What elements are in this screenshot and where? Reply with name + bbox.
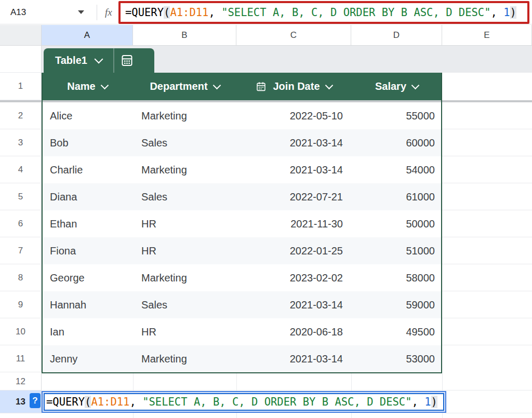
cell-salary[interactable]: 59000 (351, 299, 441, 311)
table-chip[interactable]: Table1 (44, 48, 154, 73)
cell-join-date[interactable]: 2021-03-14 (236, 353, 351, 365)
chevron-down-icon[interactable] (78, 10, 84, 14)
cell-join-date[interactable]: 2020-06-18 (236, 326, 351, 338)
table-row[interactable]: BobSales2021-03-1460000 (43, 129, 441, 156)
cell-formula-input[interactable]: =QUERY(A1:D11, "SELECT A, B, C, D ORDER … (46, 397, 437, 408)
table-row[interactable]: IanHR2020-06-1849500 (43, 318, 441, 345)
cell-name[interactable]: Fiona (43, 245, 133, 257)
cell-join-date[interactable]: 2021-11-30 (236, 218, 351, 230)
row-header-9[interactable]: 9 (0, 291, 42, 318)
cell-salary[interactable]: 51000 (351, 245, 441, 257)
corner-cell[interactable] (0, 25, 42, 46)
row-header-6[interactable]: 6 (0, 210, 42, 237)
column-label: Department (150, 80, 207, 92)
column-header-e[interactable]: E (442, 25, 532, 46)
formula-segment-plain: , (208, 6, 221, 19)
cell-name[interactable]: Bob (43, 137, 133, 149)
formula-input[interactable]: =QUERY(A1:D11, "SELECT A, B, C, D ORDER … (125, 7, 516, 18)
cell-department[interactable]: Sales (133, 137, 236, 149)
cell-name[interactable]: Jenny (43, 353, 133, 365)
table-row[interactable]: GeorgeMarketing2023-02-0258000 (43, 264, 441, 291)
row-header-7[interactable]: 7 (0, 237, 42, 264)
table-column-header-department[interactable]: Department (133, 73, 236, 100)
formula-segment-range: A1:D11 (91, 396, 129, 408)
cell-salary[interactable]: 58000 (351, 272, 441, 284)
cell-department[interactable]: Sales (133, 299, 236, 311)
cell-name[interactable]: Ethan (43, 218, 133, 230)
function-icon: fx (105, 0, 112, 24)
cell-name[interactable]: Alice (43, 110, 133, 122)
cell-name[interactable]: Ian (43, 326, 133, 338)
cell-join-date[interactable]: 2021-03-14 (236, 299, 351, 311)
cell-department[interactable]: HR (133, 326, 236, 338)
formula-annotation-box[interactable]: =QUERY(A1:D11, "SELECT A, B, C, D ORDER … (118, 1, 529, 24)
chevron-down-icon[interactable] (411, 82, 420, 90)
chevron-down-icon[interactable] (94, 55, 103, 63)
formula-segment-paren: ) (431, 396, 437, 408)
cell-join-date[interactable]: 2022-07-21 (236, 191, 351, 203)
cell-salary[interactable]: 50000 (351, 218, 441, 230)
table-column-header-join-date[interactable]: Join Date (236, 73, 351, 100)
cell-name[interactable]: Hannah (43, 299, 133, 311)
cell-editor[interactable]: =QUERY(A1:D11, "SELECT A, B, C, D ORDER … (42, 391, 446, 413)
table-row[interactable]: EthanHR2021-11-3050000 (43, 210, 441, 237)
gridline (442, 183, 532, 183)
chevron-down-icon[interactable] (100, 82, 109, 90)
cell-department[interactable]: HR (133, 218, 236, 230)
table-row[interactable]: HannahSales2021-03-1459000 (43, 291, 441, 318)
cell-department[interactable]: Sales (133, 191, 236, 203)
table-row[interactable]: JennyMarketing2021-03-1453000 (43, 345, 441, 372)
table-column-header-name[interactable]: Name (42, 73, 133, 100)
name-box[interactable]: A13 (10, 0, 26, 24)
row-header-3[interactable]: 3 (0, 129, 42, 156)
chevron-down-icon[interactable] (325, 82, 333, 90)
spreadsheet-app: A13 fx =QUERY(A1:D11, "SELECT A, B, C, D… (0, 0, 532, 418)
table-row[interactable]: CharlieMarketing2021-03-1454000 (43, 156, 441, 183)
row-header-5[interactable]: 5 (0, 183, 42, 210)
table-row[interactable]: DianaSales2022-07-2161000 (43, 183, 441, 210)
cell-name[interactable]: Diana (43, 191, 133, 203)
formula-segment-plain: =QUERY (46, 396, 85, 408)
cell-department[interactable]: Marketing (133, 272, 236, 284)
cell-salary[interactable]: 53000 (351, 353, 441, 365)
table-row[interactable]: AliceMarketing2022-05-1055000 (43, 102, 441, 129)
formula-help-icon[interactable]: ? (30, 393, 41, 408)
column-header-a[interactable]: A (42, 25, 133, 46)
cell-join-date[interactable]: 2022-05-10 (236, 110, 351, 122)
cell-join-date[interactable]: 2022-01-25 (236, 245, 351, 257)
row-header-12[interactable]: 12 (0, 373, 42, 390)
column-header-b[interactable]: B (133, 25, 236, 46)
row-header-11[interactable]: 11 (0, 345, 42, 372)
table-grid-icon[interactable] (114, 53, 140, 68)
cell-department[interactable]: HR (133, 245, 236, 257)
row-header-8[interactable]: 8 (0, 264, 42, 291)
formula-segment-range: A1:D11 (170, 6, 208, 19)
cell-join-date[interactable]: 2023-02-02 (236, 272, 351, 284)
cell-name[interactable]: Charlie (43, 164, 133, 176)
cell-department[interactable]: Marketing (133, 164, 236, 176)
cell-department[interactable]: Marketing (133, 353, 236, 365)
cell-salary[interactable]: 61000 (351, 191, 441, 203)
table-column-header-salary[interactable]: Salary (351, 73, 442, 100)
formula-segment-plain: , (491, 6, 504, 19)
chevron-down-icon[interactable] (212, 82, 221, 90)
cell-salary[interactable]: 60000 (351, 137, 441, 149)
table-row[interactable]: FionaHR2022-01-2551000 (43, 237, 441, 264)
cell-join-date[interactable]: 2021-03-14 (236, 164, 351, 176)
column-header-c[interactable]: C (236, 25, 351, 46)
row-header-1[interactable]: 1 (0, 73, 42, 100)
gridline (442, 210, 532, 210)
row-header-10[interactable]: 10 (0, 318, 42, 345)
row-header-4[interactable]: 4 (0, 156, 42, 183)
cell-salary[interactable]: 54000 (351, 164, 441, 176)
cell-name[interactable]: George (43, 272, 133, 284)
row-header-2[interactable]: 2 (0, 102, 42, 129)
cell-editor-inner[interactable]: =QUERY(A1:D11, "SELECT A, B, C, D ORDER … (44, 393, 444, 411)
gridline (442, 237, 532, 237)
cell-salary[interactable]: 49500 (351, 326, 441, 338)
cell-department[interactable]: Marketing (133, 110, 236, 122)
cell-salary[interactable]: 55000 (351, 110, 441, 122)
table-header-row: NameDepartmentJoin DateSalary (42, 73, 442, 100)
cell-join-date[interactable]: 2021-03-14 (236, 137, 351, 149)
column-header-d[interactable]: D (351, 25, 442, 46)
